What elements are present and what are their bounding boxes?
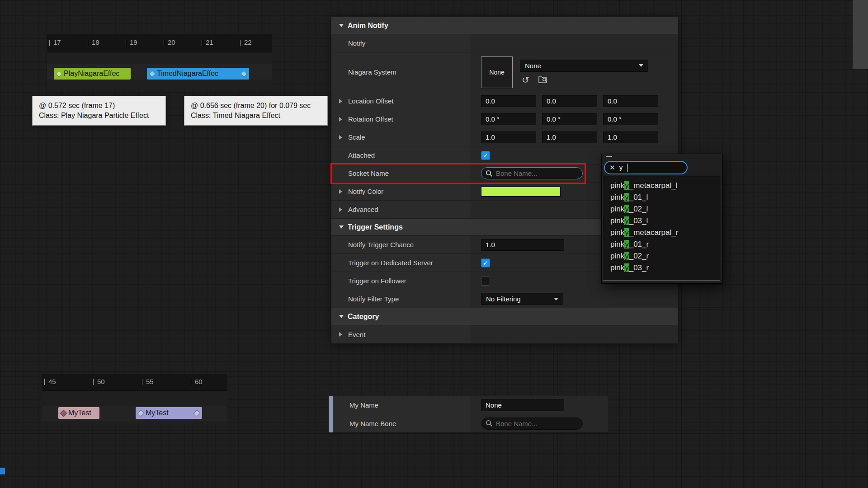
rotation-x-field[interactable]: [481, 113, 536, 125]
use-selected-asset-icon[interactable]: ↺: [522, 75, 529, 84]
text-caret: [627, 164, 628, 172]
socket-name-search[interactable]: [481, 167, 583, 179]
notify-duration-diamond-icon: [241, 70, 248, 77]
bone-option[interactable]: pinky_01_r: [603, 239, 720, 250]
notify-label: PlayNiagaraEffec: [64, 70, 119, 78]
rotation-y-field[interactable]: [542, 113, 597, 125]
frame-number: 18: [92, 38, 99, 46]
property-label: Scale: [348, 133, 365, 141]
notify-mytest-2[interactable]: MyTest: [136, 407, 202, 419]
check-icon: ✓: [483, 259, 488, 267]
expand-arrow-icon[interactable]: [339, 207, 342, 212]
match-highlight: y: [624, 263, 629, 272]
notify-track-row[interactable]: [47, 53, 272, 64]
property-label: My Name Bone: [349, 420, 396, 427]
frame-number: 45: [48, 378, 56, 385]
notify-color-swatch[interactable]: [481, 187, 561, 197]
row-niagara-system: Niagara System None None ↺: [331, 52, 678, 92]
notify-play-niagara[interactable]: PlayNiagaraEffec: [54, 68, 131, 80]
trigger-chance-field[interactable]: [481, 239, 564, 251]
asset-thumbnail-button[interactable]: None: [481, 56, 513, 88]
property-label: My Name: [349, 401, 378, 409]
match-highlight: y: [624, 216, 629, 225]
my-name-bone-search[interactable]: [481, 418, 583, 430]
niagara-asset-combo[interactable]: None: [520, 60, 648, 72]
expand-arrow-icon[interactable]: [339, 99, 342, 103]
bone-option[interactable]: pinky_03_r: [603, 262, 720, 274]
scale-x-field[interactable]: [481, 131, 536, 143]
section-anim-notify[interactable]: Anim Notify: [331, 17, 678, 34]
notify-tooltip-play: @ 0.572 sec (frame 17) Class: Play Niaga…: [32, 96, 166, 126]
collapse-arrow-icon: [339, 225, 344, 229]
corner-accent: [0, 468, 5, 474]
section-title: Trigger Settings: [348, 223, 403, 231]
attached-checkbox[interactable]: ✓: [481, 151, 490, 160]
chevron-down-icon: [554, 298, 558, 300]
search-icon: [486, 420, 493, 427]
property-label: Rotation Offset: [348, 115, 393, 123]
ruler-tick: [164, 40, 164, 46]
expand-arrow-icon[interactable]: [339, 135, 342, 140]
my-notify-properties-panel: My Name My Name Bone: [328, 396, 609, 433]
notify-track-row[interactable]: [42, 391, 227, 406]
bone-option[interactable]: pinky_02_r: [603, 250, 720, 262]
check-icon: ✓: [483, 152, 488, 159]
frame-number: 55: [146, 378, 154, 385]
match-highlight: y: [624, 240, 629, 249]
bone-search-box[interactable]: ✕ y: [604, 161, 688, 174]
bone-picker-popup: ✕ y pinky_metacarpal_l pinky_01_l pinky_…: [601, 154, 722, 284]
notify-label: TimedNiagaraEffec: [157, 70, 218, 78]
socket-name-input[interactable]: [496, 169, 578, 177]
ruler-tick: [191, 379, 191, 385]
notify-track-row[interactable]: [47, 80, 272, 90]
scale-z-field[interactable]: [603, 131, 658, 143]
filter-type-select[interactable]: No Filtering: [481, 293, 563, 305]
my-name-field[interactable]: [481, 399, 564, 411]
section-title: Anim Notify: [348, 22, 388, 30]
notify-diamond-icon: [56, 70, 63, 77]
tooltip-time: @ 0.656 sec (frame 20) for 0.079 sec: [191, 101, 321, 111]
bone-option[interactable]: pinky_01_l: [603, 192, 720, 203]
notify-track-row[interactable]: [42, 421, 227, 425]
expand-arrow-icon[interactable]: [339, 117, 342, 122]
section-category[interactable]: Category: [331, 308, 678, 325]
bone-option[interactable]: pinky_02_l: [603, 203, 720, 215]
notify-diamond-icon: [137, 409, 145, 417]
location-x-field[interactable]: [481, 95, 536, 107]
notify-timed-niagara[interactable]: TimedNiagaraEffec: [147, 68, 249, 80]
scale-y-field[interactable]: [542, 131, 597, 143]
my-name-bone-input[interactable]: [496, 420, 578, 427]
location-y-field[interactable]: [542, 95, 597, 107]
tooltip-class: Class: Timed Niagara Effect: [191, 111, 321, 121]
expand-arrow-icon[interactable]: [339, 189, 342, 194]
ruler-tick: [88, 40, 88, 46]
frame-number: 22: [244, 38, 252, 46]
notify-mytest-1[interactable]: MyTest: [58, 407, 99, 419]
trigger-follower-checkbox[interactable]: [481, 277, 490, 286]
timeline-ruler-bottom[interactable]: 45 50 55 60: [42, 374, 227, 391]
clear-search-icon[interactable]: ✕: [609, 164, 615, 172]
expand-arrow-icon[interactable]: [339, 332, 342, 337]
ruler-tick: [202, 40, 202, 46]
dedicated-server-checkbox[interactable]: ✓: [481, 258, 490, 267]
section-title: Category: [348, 313, 379, 321]
property-label: Advanced: [348, 206, 378, 213]
notify-tooltip-timed: @ 0.656 sec (frame 20) for 0.079 sec Cla…: [184, 96, 328, 126]
frame-number: 21: [206, 38, 213, 46]
timeline-ruler-top[interactable]: 17 18 19 20 21 22: [47, 34, 272, 52]
row-rotation-offset: Rotation Offset: [331, 110, 678, 128]
bone-option[interactable]: pinky_03_l: [603, 215, 720, 227]
rotation-z-field[interactable]: [603, 113, 658, 125]
bone-option[interactable]: pinky_metacarpal_r: [603, 227, 720, 239]
combo-value: None: [525, 62, 541, 70]
location-z-field[interactable]: [603, 95, 658, 107]
property-label: Notify Filter Type: [348, 295, 399, 303]
ruler-tick: [126, 40, 126, 46]
right-dock-edge: [853, 0, 868, 69]
browse-to-asset-icon[interactable]: [538, 75, 548, 85]
notify-duration-diamond-icon: [193, 409, 201, 417]
property-label: Socket Name: [348, 169, 389, 177]
bone-option[interactable]: pinky_metacarpal_l: [603, 180, 720, 192]
collapse-arrow-icon: [339, 315, 344, 318]
ruler-tick: [93, 379, 94, 385]
